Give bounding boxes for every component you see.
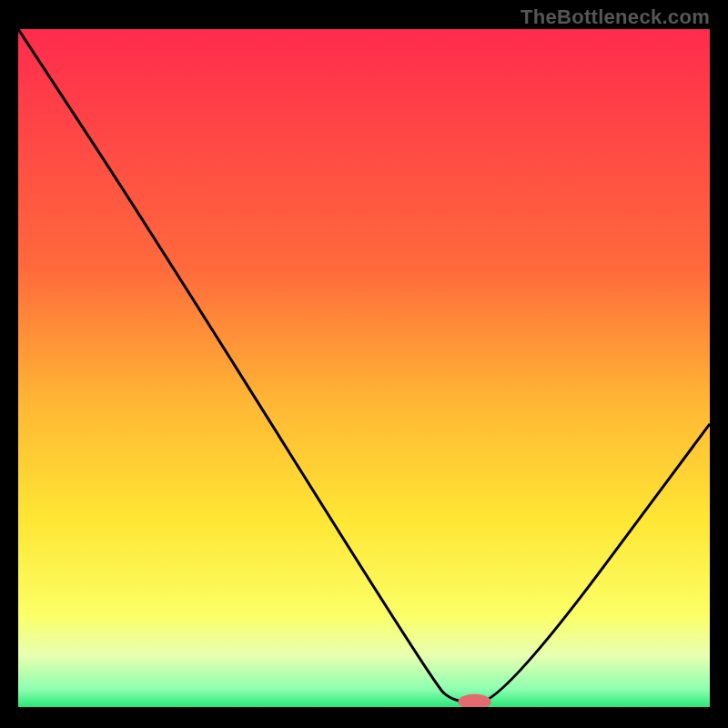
- watermark-text: TheBottleneck.com: [521, 5, 710, 29]
- chart-frame: [18, 29, 710, 710]
- optimal-point-marker: [458, 694, 490, 709]
- bottleneck-chart: [18, 29, 710, 710]
- gradient-background: [18, 29, 710, 710]
